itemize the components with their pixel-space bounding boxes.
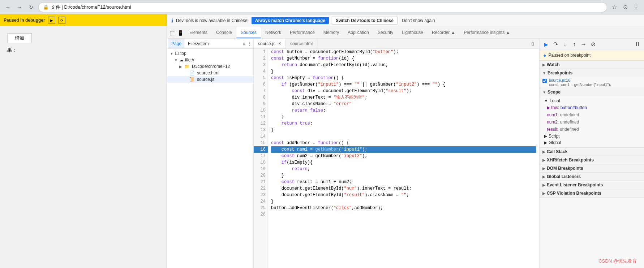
sources-tabs: Page Filesystem » ⋮ [167,39,253,49]
devtools-panel: ℹ DevTools is now available in Chinese! … [167,14,644,268]
step-button[interactable]: ⟳ [58,17,65,24]
browser-actions: ☆ ⊙ ⋮ [610,3,640,12]
code-tab-sourcejs[interactable]: source.js ✕ [254,39,286,48]
scope-num2-val: undefined [560,120,579,125]
scope-header[interactable]: ▼ Scope [540,88,644,96]
tab-network[interactable]: Network [261,27,285,38]
tab-security[interactable]: Security [373,27,398,38]
tab-application[interactable]: Application [343,27,373,38]
file-tree: ▼ ☐ top ▼ ☁ file:// ▶ 📁 D:/code/chromeF1… [167,49,253,268]
line-21: const result = num1 + num2; [271,179,536,185]
ln-1: 1 [254,49,268,55]
call-stack-header[interactable]: ▶ Call Stack [540,148,644,156]
event-listener-label: Event Listener Breakpoints [547,182,603,187]
scope-script-label: Script [549,134,560,139]
devtools-inspect-icon[interactable]: ⬚ [168,30,176,36]
tab-lighthouse[interactable]: Lighthouse [398,27,428,38]
tab-performance[interactable]: Performance [285,27,319,38]
bookmark-button[interactable]: ☆ [610,3,619,12]
ln-22: 22 [254,185,268,192]
left-panel: Paused in debugger ▶ ⟳ 增加 果： [0,14,167,268]
tree-item-top[interactable]: ▼ ☐ top [167,50,253,57]
profile-button[interactable]: ⊙ [621,3,630,12]
scope-result-prop: result: [547,127,559,132]
match-language-button[interactable]: Always match Chrome's language [252,17,329,24]
ln-16[interactable]: 16 [254,146,268,153]
step-into-button[interactable]: ↓ [561,40,569,49]
event-listener-breakpoints-header[interactable]: ▶ Event Listener Breakpoints [540,181,644,189]
sources-menu-icon[interactable]: ⋮ [248,41,252,46]
resume-execution-button[interactable]: ▶ [542,40,550,49]
tab-sources[interactable]: Sources [236,27,261,38]
refresh-button[interactable]: ↻ [27,3,35,12]
xhr-breakpoints-header[interactable]: ▶ XHR/fetch Breakpoints [540,156,644,164]
breakpoints-header[interactable]: ▼ Breakpoints [540,69,644,77]
scope-script-header[interactable]: ▶ Script [542,133,641,139]
switch-devtools-button[interactable]: Switch DevTools to Chinese [332,17,398,25]
tree-label-sourcehtml: source.html [197,70,219,75]
tree-item-sourcehtml[interactable]: 📄 source.html [167,70,253,76]
pause-on-exceptions-button[interactable]: ⏸ [633,40,642,49]
line-16: const num1 = getNumber("input1"); [271,146,536,153]
ln-2: 2 [254,55,268,62]
scope-this: ▶ this: button#button [542,104,641,111]
tree-item-sourcejs[interactable]: 📜 source.js [167,76,253,83]
step-over-button[interactable]: ↷ [551,40,560,49]
add-button[interactable]: 增加 [7,33,32,43]
breakpoint-checkbox-1[interactable] [542,79,547,83]
forward-button[interactable]: → [15,3,24,12]
scope-global-header[interactable]: ▶ Global [542,139,641,146]
line-5: const isEmpty = function() { [271,75,536,81]
code-tab-close-js[interactable]: ✕ [278,42,281,46]
resume-button[interactable]: ▶ [48,17,55,24]
scope-num1-val: undefined [560,112,579,117]
event-listener-arrow-icon: ▶ [542,183,545,187]
xhr-breakpoints-section: ▶ XHR/fetch Breakpoints [540,156,644,164]
ln-21: 21 [254,179,268,185]
code-editor[interactable]: 1 2 3 4 5 6 7 8 9 10 11 12 13 14 15 16 1 [254,49,539,268]
pretty-print-button[interactable]: {} [529,40,536,47]
line-10: return false; [271,107,536,114]
scope-num2: num2: undefined [542,118,641,126]
global-listeners-label: Global Listeners [547,174,581,179]
dont-show-link[interactable]: Don't show again [402,18,435,23]
sources-tab-page[interactable]: Page [168,39,184,48]
tab-console[interactable]: Console [212,27,236,38]
tab-recorder[interactable]: Recorder ▲ [428,27,460,38]
line-9: div.className = "error" [271,101,536,107]
webpage-content: 增加 果： [0,26,167,61]
breakpoints-label: Breakpoints [548,70,572,75]
ln-3: 3 [254,62,268,68]
devtools-device-icon[interactable]: 📱 [176,30,185,36]
ln-14: 14 [254,133,268,140]
scope-label: Scope [548,90,561,95]
tree-label-chromef12: D:/code/chromeF12 [192,64,230,69]
tree-icon-file: ☁ [179,57,184,62]
scope-result-val: undefined [560,127,579,132]
scope-local-header[interactable]: ▼ Local [542,98,641,104]
watch-header[interactable]: ▶ Watch [540,61,644,69]
tree-item-chromef12[interactable]: ▶ 📁 D:/code/chromeF12 [167,63,253,70]
tab-memory[interactable]: Memory [319,27,343,38]
tab-performance-insights[interactable]: Performance insights ▲ [460,27,515,38]
global-listeners-header[interactable]: ▶ Global Listeners [540,173,644,181]
line-15: const addNumber = function() { [271,140,536,146]
code-area: source.js ✕ source.html {} 1 2 3 4 5 6 [254,39,539,268]
lock-icon: 🔒 [43,4,49,10]
devtools-tabs: ⬚ 📱 Elements Console Sources Network Per… [167,27,644,39]
deactivate-breakpoints-button[interactable]: ⊘ [589,40,597,49]
sources-tab-more[interactable]: » [243,41,245,46]
code-tab-sourcehtml[interactable]: source.html [286,39,317,48]
menu-button[interactable]: ⋮ [632,3,640,12]
csp-violation-header[interactable]: ▶ CSP Violation Breakpoints [540,189,644,197]
step-button[interactable]: → [579,40,588,49]
back-button[interactable]: ← [4,3,12,12]
call-stack-section: ▶ Call Stack [540,148,644,156]
sources-tab-filesystem[interactable]: Filesystem [185,39,211,48]
call-stack-label: Call Stack [547,149,567,154]
tab-elements[interactable]: Elements [185,27,212,38]
step-out-button[interactable]: ↑ [570,40,579,49]
dom-breakpoints-header[interactable]: ▶ DOM Breakpoints [540,164,644,172]
tree-item-file[interactable]: ▼ ☁ file:// [167,57,253,63]
address-bar[interactable]: 🔒 文件 | D:/code/chromeF12/source.html [38,2,607,12]
